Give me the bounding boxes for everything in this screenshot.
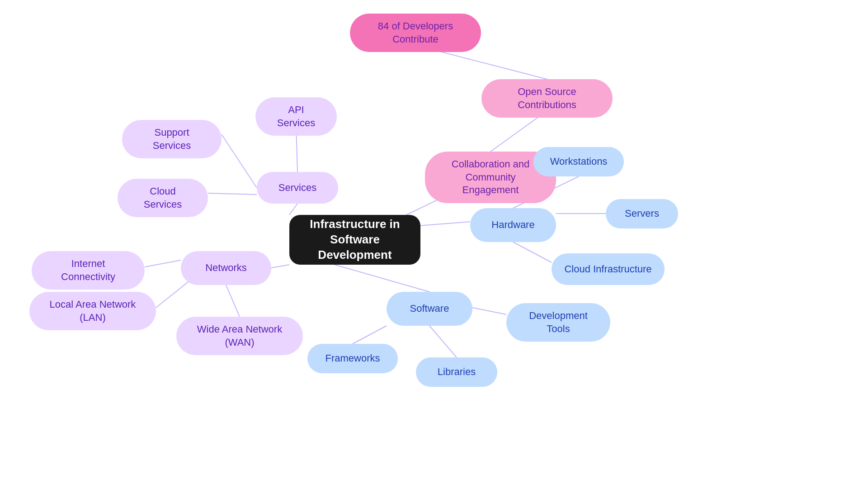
wan-label: Wide Area Network (WAN) <box>189 323 290 349</box>
libraries-label: Libraries <box>438 366 476 379</box>
frameworks-node: Frameworks <box>307 344 398 373</box>
svg-line-16 <box>472 308 506 314</box>
apiservices-node: API Services <box>255 97 337 136</box>
hardware-label: Hardware <box>491 219 534 232</box>
svg-line-17 <box>353 326 387 344</box>
lan-node: Local Area Network (LAN) <box>29 292 156 330</box>
services-node: Services <box>257 172 338 204</box>
collab-label: Collaboration and Community Engagement <box>438 158 543 197</box>
software-node: Software <box>387 292 472 326</box>
apiservices-label: API Services <box>268 104 324 129</box>
devtools-node: Development Tools <box>506 303 610 342</box>
svg-line-3 <box>289 204 297 215</box>
opensource-node: Open Source Contributions <box>481 79 613 118</box>
supportservices-node: Support Services <box>122 120 222 158</box>
svg-line-5 <box>222 134 257 188</box>
lan-label: Local Area Network (LAN) <box>42 298 143 324</box>
internetconn-label: Internet Connectivity <box>44 257 132 283</box>
svg-line-7 <box>271 265 289 268</box>
workstations-node: Workstations <box>533 147 624 176</box>
svg-line-18 <box>429 326 457 357</box>
84devs-node: 84 of Developers Contribute <box>350 14 481 52</box>
networks-node: Networks <box>181 251 271 285</box>
hardware-node: Hardware <box>470 208 556 242</box>
svg-line-8 <box>145 260 181 267</box>
cloudservices-label: Cloud Services <box>130 185 195 211</box>
84devs-label: 84 of Developers Contribute <box>363 20 468 46</box>
svg-line-15 <box>335 265 429 292</box>
workstations-label: Workstations <box>550 155 608 168</box>
networks-label: Networks <box>205 262 247 275</box>
center-node: Infrastructure in Software Development <box>289 215 420 265</box>
svg-line-10 <box>226 285 240 317</box>
servers-node: Servers <box>606 199 678 228</box>
center-label: Infrastructure in Software Development <box>302 217 408 262</box>
svg-line-14 <box>513 242 552 262</box>
software-label: Software <box>410 302 449 315</box>
svg-line-6 <box>208 193 257 195</box>
services-label: Services <box>278 181 316 195</box>
frameworks-label: Frameworks <box>325 352 380 365</box>
cloudinfra-label: Cloud Infrastructure <box>564 263 651 276</box>
servers-label: Servers <box>625 207 659 220</box>
internetconn-node: Internet Connectivity <box>32 251 145 290</box>
opensource-label: Open Source Contributions <box>494 86 600 111</box>
supportservices-label: Support Services <box>135 126 209 152</box>
cloudinfra-node: Cloud Infrastructure <box>552 253 665 285</box>
wan-node: Wide Area Network (WAN) <box>176 317 303 355</box>
libraries-node: Libraries <box>416 357 497 387</box>
svg-line-9 <box>156 281 190 308</box>
cloudservices-node: Cloud Services <box>118 179 208 217</box>
devtools-label: Development Tools <box>519 309 598 335</box>
